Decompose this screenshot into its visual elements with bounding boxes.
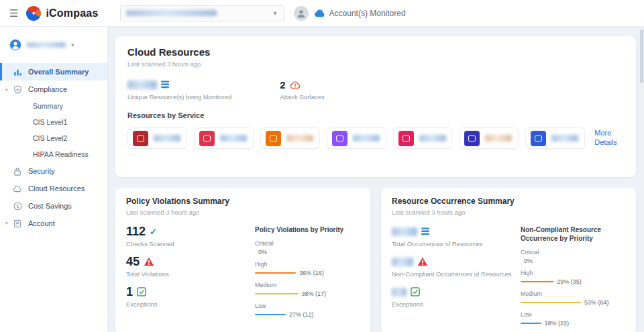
redacted-user-name <box>27 42 66 48</box>
sidebar-item-security[interactable]: Security <box>0 162 107 180</box>
checks-scanned-stat: 112 ✓ Checks Scanned <box>126 225 252 247</box>
exceptions-stat: 1 Exceptions <box>126 286 252 308</box>
user-caret-icon: ▾ <box>71 42 74 48</box>
sidebar-item-cost-savings[interactable]: $ Cost Savings <box>0 197 107 215</box>
sidebar-item-cloud-resources[interactable]: Cloud Resources <box>0 180 107 197</box>
resources-by-service-label: Resources by Service <box>127 111 624 119</box>
redacted-service-name <box>485 135 512 142</box>
redacted-unique-count <box>127 80 157 89</box>
list-icon <box>161 80 170 89</box>
service-icon <box>199 131 215 146</box>
priority-row-medium: Medium 53% (64) <box>521 290 625 306</box>
more-details-link[interactable]: More Details <box>594 129 624 148</box>
account-select[interactable]: ▼ <box>120 5 284 21</box>
service-icon <box>398 131 414 146</box>
shield-check-icon <box>13 85 22 94</box>
avatar[interactable] <box>294 6 309 21</box>
cloud-stats-row: Unique Resource(s) being Monitored 2 Att… <box>127 78 624 101</box>
sidebar: ▾ Overall Summary ▴ Compliance Summary C… <box>0 27 107 332</box>
redacted-service-name <box>353 135 380 142</box>
service-icon <box>266 131 281 146</box>
service-tiles-row: More Details <box>127 127 624 149</box>
logo-arrow-icon: ➤ <box>30 9 37 16</box>
warning-icon <box>417 257 428 266</box>
service-tile[interactable] <box>194 127 254 149</box>
sidebar-item-label: Security <box>28 167 55 175</box>
service-tile[interactable] <box>525 127 585 149</box>
card-title: Cloud Resources <box>127 46 624 58</box>
chevron-down-icon: ▼ <box>272 10 278 17</box>
attack-surfaces-value: 2 <box>280 79 285 91</box>
exceptions-value: 1 <box>126 285 133 299</box>
service-tile[interactable] <box>260 127 320 149</box>
priority-row-critical: Critical 0% <box>255 240 360 256</box>
sidebar-item-account[interactable]: ▾ Account <box>0 215 107 232</box>
total-occurrences-stat: Total Occurrences of Resources <box>392 225 518 247</box>
policy-stats: 112 ✓ Checks Scanned 45 Total Violations <box>126 225 252 323</box>
checkbox-icon <box>137 287 146 296</box>
service-icon <box>133 131 148 146</box>
exceptions-stat: Exceptions <box>392 286 518 308</box>
stat-label: Exceptions <box>392 300 518 308</box>
priority-bar <box>255 314 286 315</box>
list-icon <box>421 227 430 235</box>
noncompliant-occurrences-stat: Non-Compliant Occurrences of Resources <box>392 256 518 278</box>
sidebar-item-hipaa-readiness[interactable]: HIPAA Readiness <box>0 146 107 162</box>
stat-label: Unique Resource(s) being Monitored <box>127 93 231 101</box>
stat-label: Attack Surfaces <box>280 93 325 101</box>
accounts-monitored-label: Account(s) Monitored <box>329 9 406 18</box>
sidebar-item-label: Cost Savings <box>28 202 72 210</box>
svg-text:$: $ <box>16 203 19 208</box>
sidebar-item-overall-summary[interactable]: Overall Summary <box>0 63 107 80</box>
menu-toggle-icon[interactable]: ☰ <box>9 7 18 19</box>
service-tile[interactable] <box>459 127 519 149</box>
priority-row-low: Low 18% (22) <box>521 311 625 327</box>
sidebar-item-label: Account <box>28 219 55 227</box>
sidebar-item-cis-level1[interactable]: CIS Level1 <box>0 114 107 130</box>
redacted-account-name <box>126 10 217 16</box>
sidebar-item-label: Compliance <box>28 85 67 93</box>
sidebar-item-compliance[interactable]: ▴ Compliance <box>0 80 107 98</box>
sidebar-item-cis-level2[interactable]: CIS Level2 <box>0 130 107 146</box>
card-title: Resource Occurrence Summary <box>392 197 625 206</box>
resource-occurrence-card: Resource Occurrence Summary Last scanned… <box>381 188 636 332</box>
service-tile[interactable] <box>393 127 453 149</box>
sidebar-item-label: Cloud Resources <box>28 184 85 192</box>
user-menu[interactable]: ▾ <box>0 27 107 60</box>
last-scanned-label: Last scanned 3 hours ago <box>126 209 360 216</box>
policy-priority-chart: Policy Violations by Priority Critical 0… <box>252 225 360 323</box>
cloud-alert-icon <box>290 80 301 89</box>
redacted-service-name <box>551 135 578 142</box>
priority-bar <box>521 302 581 303</box>
priority-bar <box>521 281 553 282</box>
priority-row-critical: Critical 0% <box>521 249 625 264</box>
redacted-noncompliant-count <box>392 258 413 266</box>
stat-label: Total Occurrences of Resources <box>392 240 518 247</box>
checks-scanned-value: 112 <box>126 225 146 239</box>
priority-bar <box>521 323 541 324</box>
check-icon: ✓ <box>150 227 157 237</box>
chart-icon <box>13 68 22 76</box>
dollar-icon: $ <box>13 202 22 211</box>
sidebar-item-summary[interactable]: Summary <box>0 98 107 114</box>
vertical-scrollbar[interactable] <box>640 30 643 83</box>
main-content: Cloud Resources Last scanned 3 hours ago… <box>107 27 644 332</box>
top-header: ☰ ➤ iCompaas ▼ Account(s) Monitored <box>0 0 644 27</box>
cloud-resources-card: Cloud Resources Last scanned 3 hours ago… <box>115 36 636 177</box>
cloud-icon <box>314 9 325 17</box>
service-icon <box>332 131 347 146</box>
service-icon <box>531 131 546 146</box>
brand-name: iCompaas <box>46 7 98 19</box>
card-title: Policy Violations Summary <box>126 197 360 206</box>
redacted-service-name <box>286 135 313 142</box>
checkbox-icon <box>411 287 420 296</box>
service-tile[interactable] <box>327 127 386 149</box>
service-tile[interactable] <box>127 127 187 149</box>
policy-violations-card: Policy Violations Summary Last scanned 3… <box>115 188 370 332</box>
chart-title: Policy Violations by Priority <box>255 225 360 234</box>
stat-label: Total Violations <box>126 270 252 278</box>
expand-caret-icon: ▾ <box>5 221 8 226</box>
stat-label: Non-Compliant Occurrences of Resources <box>392 270 518 278</box>
user-icon <box>9 39 21 51</box>
occurrence-priority-chart: Non-Compliant Resource Occurrence by Pri… <box>518 225 625 332</box>
